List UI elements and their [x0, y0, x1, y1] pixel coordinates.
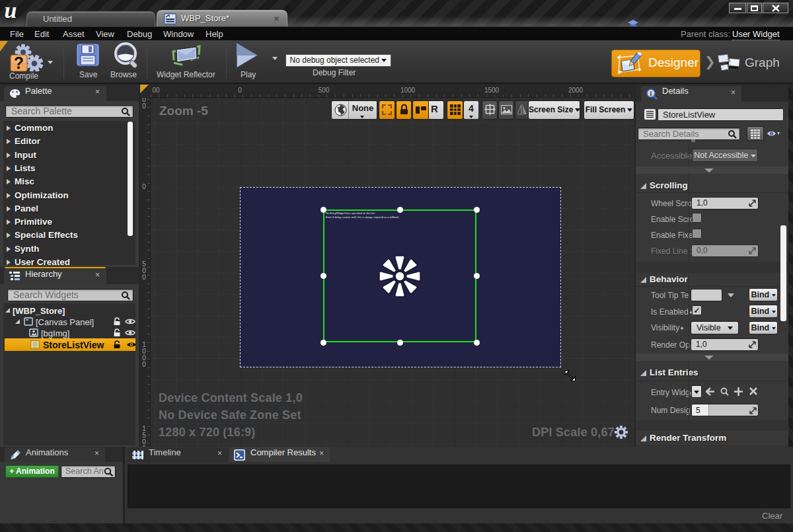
- svg-text:u: u: [5, 0, 17, 21]
- svg-text:i: i: [650, 90, 652, 97]
- svg-text:?: ?: [14, 54, 24, 71]
